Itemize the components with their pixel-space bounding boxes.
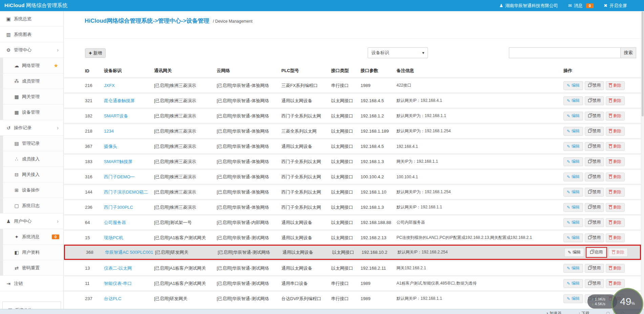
del-button[interactable]: 删除 — [606, 188, 625, 197]
del-button[interactable]: 删除 — [606, 203, 625, 212]
device-name-link[interactable]: 西门子演示DEMO箱二 — [104, 189, 148, 195]
sidebar-item-5[interactable]: ▩网关管理 — [0, 89, 63, 105]
edit-button[interactable]: ✎编辑 — [563, 264, 583, 273]
toggle-button[interactable]: 启用 — [587, 248, 606, 257]
history-icon: ↺ — [5, 125, 12, 131]
sidebar-item-0[interactable]: ▣系统总览 — [0, 11, 63, 27]
del-button[interactable]: 删除 — [606, 157, 625, 166]
del-button[interactable]: 删除 — [606, 142, 625, 151]
del-button[interactable]: 删除 — [606, 173, 625, 181]
sidebar-item-8[interactable]: ▤管理记录 — [0, 136, 63, 151]
edit-button[interactable]: ✎编辑 — [564, 248, 584, 257]
toggle-button[interactable]: 禁用 — [585, 233, 604, 242]
scrollbar-thumb[interactable] — [642, 12, 644, 116]
edit-button[interactable]: ✎编辑 — [563, 233, 583, 242]
sidebar-item-12[interactable]: ▢系统日志 — [0, 198, 63, 214]
device-name-link[interactable]: 现场PC机 — [104, 235, 123, 240]
sidebar-item-17[interactable]: ⇥注销 — [0, 276, 63, 291]
cell-remark: 192.168.4.1 — [396, 144, 559, 149]
edit-button[interactable]: ✎编辑 — [563, 127, 583, 136]
edit-button[interactable]: ✎编辑 — [563, 218, 583, 227]
edit-button[interactable]: ✎编辑 — [563, 173, 583, 181]
del-button[interactable]: 删除 — [606, 81, 625, 90]
sidebar-item-3[interactable]: ☁网络管理★ — [0, 58, 63, 73]
edit-button[interactable]: ✎编辑 — [563, 157, 583, 166]
sidebar-item-15[interactable]: ◧用户资料 — [0, 245, 63, 260]
sidebar-item-1[interactable]: ▥系统图表 — [0, 27, 63, 42]
device-name-link[interactable]: 华辰智通AC 500PLC001 — [105, 250, 153, 255]
cell-cloud-network: [已启用]华辰智通-测试网络 — [217, 281, 281, 287]
toggle-button[interactable]: 禁用 — [585, 264, 604, 273]
download-item[interactable]: ↓ 下载 — [578, 310, 589, 314]
cell-id: 236 — [85, 205, 104, 210]
sidebar-item-6[interactable]: ▦设备管理 — [0, 105, 63, 120]
fullscreen-button[interactable]: ✖ 开启全屏 — [604, 3, 627, 9]
device-name-link[interactable]: SMART设备 — [104, 113, 128, 118]
edit-button[interactable]: ✎编辑 — [563, 188, 583, 197]
device-name-link[interactable]: 智能仪表-串口 — [104, 281, 132, 286]
edit-icon: ✎ — [567, 175, 570, 179]
del-button[interactable]: 删除 — [606, 96, 625, 105]
device-name-link[interactable]: JXFX — [104, 83, 115, 88]
edit-button[interactable]: ✎编辑 — [563, 279, 583, 288]
toggle-button[interactable]: 禁用 — [585, 173, 604, 181]
toggle-button[interactable]: 禁用 — [585, 188, 604, 197]
device-name-link[interactable]: SMART触摸屏 — [104, 159, 132, 164]
accelerator-item[interactable]: ◔ 加速器 — [546, 310, 562, 314]
toggle-button[interactable]: 禁用 — [585, 218, 604, 227]
toggle-button[interactable]: 禁用 — [585, 127, 604, 136]
sidebar-item-16[interactable]: ⇄密码重置 — [0, 260, 63, 276]
device-name-link[interactable]: 公司服务器 — [104, 220, 126, 225]
cell-interface-param: 1989 — [361, 83, 396, 88]
device-name-link[interactable]: 仪表二-以太网 — [104, 266, 132, 271]
cell-gateway: [已启用]株洲三菱演示 — [154, 113, 217, 119]
brand-name: HiCloud — [4, 2, 25, 8]
account-menu[interactable]: ♟ 湖南华辰智通科技有限公司 — [499, 3, 558, 9]
messages-menu[interactable]: ✉ 消息 0 — [568, 3, 594, 9]
toggle-button[interactable]: 禁用 — [585, 142, 604, 151]
device-name-link[interactable]: 摄像头 — [104, 144, 117, 149]
del-button[interactable]: 删除 — [606, 218, 625, 227]
sidebar-item-11[interactable]: ⊞设备操作 — [0, 182, 63, 198]
del-button[interactable]: 删除 — [606, 112, 625, 120]
del-button[interactable]: 删除 — [606, 279, 625, 288]
device-name-link[interactable]: 西门子DEMO一 — [104, 174, 135, 179]
edit-button[interactable]: ✎编辑 — [563, 142, 583, 151]
edit-button[interactable]: ✎编辑 — [563, 81, 583, 90]
trash-icon — [609, 115, 612, 118]
toggle-button[interactable]: 禁用 — [585, 96, 604, 105]
add-button[interactable]: ✚ 新增 — [85, 48, 106, 58]
device-name-link[interactable]: 1234 — [104, 129, 114, 134]
upload-arrow-icon: ↑ — [592, 297, 594, 301]
sidebar-item-10[interactable]: ⊟网关接入 — [0, 167, 63, 182]
cell-plc-model: 通用以太网设备 — [282, 249, 332, 255]
sidebar-item-13[interactable]: ♟用户中心› — [0, 214, 63, 229]
del-button[interactable]: 删除 — [606, 233, 625, 242]
edit-button[interactable]: ✎编辑 — [563, 112, 583, 120]
del-button[interactable]: 删除 — [609, 248, 628, 257]
device-name-link[interactable]: 昆仑通泰触摸屏 — [104, 98, 135, 103]
edit-button[interactable]: ✎编辑 — [563, 96, 583, 105]
toggle-button[interactable]: 禁用 — [585, 157, 604, 166]
device-name-link[interactable]: 台达PLC — [104, 296, 121, 301]
del-button[interactable]: 删除 — [606, 264, 625, 273]
search-input[interactable] — [509, 47, 621, 58]
sidebar-item-9[interactable]: ∴成员接入 — [0, 151, 63, 167]
edit-icon: ✎ — [567, 129, 570, 133]
sidebar-item-4[interactable]: ⁂成员管理 — [0, 73, 63, 89]
star-icon[interactable]: ★ — [54, 63, 58, 69]
sidebar-item-2[interactable]: ⚙管理中心› — [0, 42, 63, 58]
edit-button[interactable]: ✎编辑 — [563, 203, 583, 212]
cell-id: 15 — [85, 235, 104, 240]
toggle-button[interactable]: 禁用 — [585, 81, 604, 90]
filter-select[interactable]: 设备标识 ▾ — [368, 47, 428, 58]
edit-button[interactable]: ✎编辑 — [563, 294, 583, 303]
search-button[interactable]: 搜索 — [621, 47, 636, 58]
toggle-button[interactable]: 禁用 — [585, 112, 604, 120]
del-button[interactable]: 删除 — [606, 127, 625, 136]
sidebar-item-14[interactable]: ✦系统消息0 — [0, 229, 63, 245]
toggle-button[interactable]: 禁用 — [585, 279, 604, 288]
device-name-link[interactable]: 西门子300PLC — [104, 205, 133, 210]
toggle-button[interactable]: 禁用 — [585, 203, 604, 212]
sidebar-item-7[interactable]: ↺操作记录› — [0, 120, 63, 136]
